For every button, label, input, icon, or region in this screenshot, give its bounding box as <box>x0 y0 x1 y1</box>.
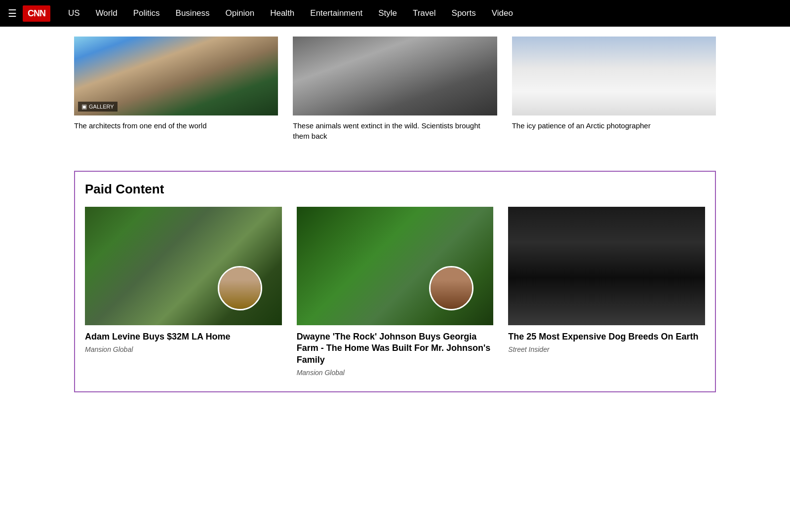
gallery-icon: ▣ <box>81 103 87 110</box>
article-image-architects: ▣ GALLERY <box>74 37 278 115</box>
nav-item-us[interactable]: US <box>60 8 88 18</box>
paid-image-dogs <box>508 207 705 325</box>
adam-levine-circle: 👤 <box>218 266 262 310</box>
the-rock-aerial-image <box>297 207 494 325</box>
article-title-arctic: The icy patience of an Arctic photograph… <box>512 120 716 131</box>
paid-card-source-adam: Mansion Global <box>85 345 282 353</box>
paid-image-adam-levine: 👤 <box>85 207 282 325</box>
nav-item-business[interactable]: Business <box>168 8 218 18</box>
article-image-extinct <box>293 37 497 115</box>
article-card-arctic[interactable]: The icy patience of an Arctic photograph… <box>512 37 716 141</box>
dogs-image <box>508 207 705 325</box>
nav-item-sports[interactable]: Sports <box>444 8 484 18</box>
paid-articles-grid: 👤 Adam Levine Buys $32M LA Home Mansion … <box>85 207 705 377</box>
nav-item-opinion[interactable]: Opinion <box>218 8 263 18</box>
the-rock-circle <box>429 266 474 310</box>
paid-card-title-rock: Dwayne 'The Rock' Johnson Buys Georgia F… <box>297 331 494 366</box>
lynx-image <box>293 37 497 115</box>
article-title-extinct: These animals went extinct in the wild. … <box>293 120 497 141</box>
nav-item-style[interactable]: Style <box>370 8 405 18</box>
adam-levine-face: 👤 <box>219 267 261 309</box>
paid-content-section: Paid Content 👤 Adam Levine Buys $32M LA … <box>74 171 716 392</box>
paid-card-title-adam: Adam Levine Buys $32M LA Home <box>85 331 282 342</box>
article-card-architects[interactable]: ▣ GALLERY The architects from one end of… <box>74 37 278 141</box>
nav-menu: US World Politics Business Opinion Healt… <box>60 8 521 18</box>
nav-item-video[interactable]: Video <box>484 8 521 18</box>
paid-card-the-rock[interactable]: Dwayne 'The Rock' Johnson Buys Georgia F… <box>297 207 494 377</box>
hamburger-menu[interactable]: ☰ <box>8 7 17 19</box>
paid-card-title-dogs: The 25 Most Expensive Dog Breeds On Eart… <box>508 331 705 342</box>
paid-image-the-rock <box>297 207 494 325</box>
the-rock-face <box>431 267 472 309</box>
adam-levine-aerial-image <box>85 207 282 325</box>
article-card-extinct[interactable]: These animals went extinct in the wild. … <box>293 37 497 141</box>
paid-card-source-rock: Mansion Global <box>297 369 494 377</box>
paid-card-dogs[interactable]: The 25 Most Expensive Dog Breeds On Eart… <box>508 207 705 377</box>
gallery-badge: ▣ GALLERY <box>78 102 118 112</box>
main-content: ▣ GALLERY The architects from one end of… <box>64 27 726 392</box>
paid-card-source-dogs: Street Insider <box>508 345 705 353</box>
nav-item-politics[interactable]: Politics <box>125 8 168 18</box>
gallery-label: GALLERY <box>89 104 114 110</box>
article-title-architects: The architects from one end of the world <box>74 120 278 131</box>
arctic-image <box>512 37 716 115</box>
nav-item-travel[interactable]: Travel <box>405 8 444 18</box>
main-nav: ☰ CNN US World Politics Business Opinion… <box>0 0 790 27</box>
nav-item-health[interactable]: Health <box>262 8 302 18</box>
nav-item-entertainment[interactable]: Entertainment <box>302 8 370 18</box>
nav-item-world[interactable]: World <box>88 8 125 18</box>
top-articles-grid: ▣ GALLERY The architects from one end of… <box>74 27 716 161</box>
cnn-logo[interactable]: CNN <box>23 5 50 22</box>
paid-content-title: Paid Content <box>85 182 705 197</box>
article-image-arctic <box>512 37 716 115</box>
paid-card-adam-levine[interactable]: 👤 Adam Levine Buys $32M LA Home Mansion … <box>85 207 282 377</box>
